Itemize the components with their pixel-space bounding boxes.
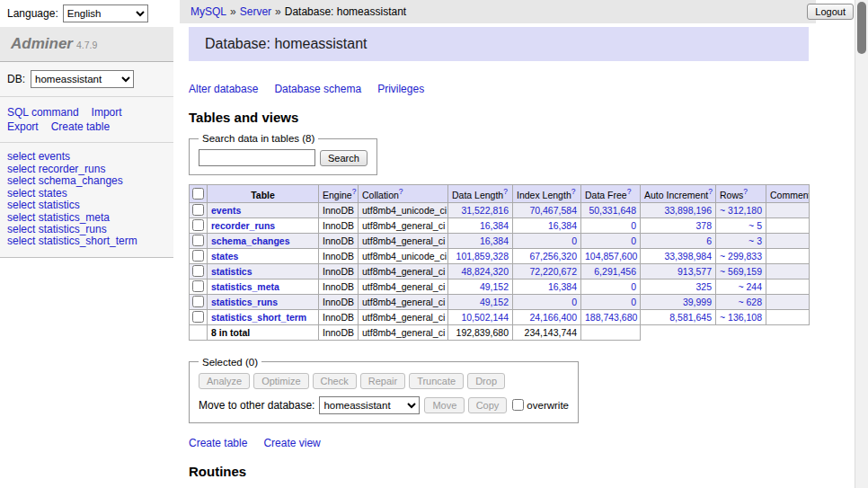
rows-count-link[interactable]: ~ 299,833 [720, 251, 762, 262]
auto-increment-link[interactable]: 33,898,196 [664, 205, 712, 216]
data-length-link[interactable]: 49,152 [480, 281, 509, 292]
row-checkbox[interactable] [192, 280, 204, 292]
sidebar-table-link[interactable]: select statistics_meta [7, 212, 166, 224]
table-name-link[interactable]: states [211, 251, 238, 262]
auto-increment-link[interactable]: 913,577 [678, 266, 712, 277]
data-length-link[interactable]: 31,522,816 [461, 205, 509, 216]
sidebar-action-link[interactable]: Create table [51, 120, 110, 134]
index-length-link[interactable]: 16,384 [548, 220, 577, 231]
index-length-link[interactable]: 72,220,672 [529, 266, 577, 277]
logout-button[interactable]: Logout [807, 4, 854, 20]
sidebar-table-link[interactable]: select recorder_runs [7, 164, 166, 175]
sidebar-table-link[interactable]: select statistics_short_term [7, 235, 166, 247]
row-checkbox[interactable] [192, 235, 204, 246]
db-action-link[interactable]: Database schema [274, 83, 361, 95]
scrollbar-track[interactable] [855, 0, 868, 488]
column-help-link[interactable]: ? [503, 187, 508, 196]
adminer-logo-link[interactable]: Adminer [11, 35, 73, 52]
data-length-link[interactable]: 101,859,328 [456, 251, 509, 262]
rows-count-link[interactable]: ~ 628 [738, 297, 762, 307]
data-length-link[interactable]: 10,502,144 [461, 312, 509, 323]
rows-count-link[interactable]: ~ 244 [738, 281, 762, 292]
select-all-checkbox[interactable] [192, 188, 204, 200]
auto-increment-link[interactable]: 39,999 [683, 297, 712, 307]
rows-count-link[interactable]: ~ 5 [748, 220, 762, 231]
sidebar-table-link[interactable]: select statistics [7, 200, 166, 211]
data-free-link[interactable]: 50,331,648 [589, 205, 636, 216]
language-select[interactable]: English [63, 4, 148, 22]
search-button[interactable]: Search [320, 150, 368, 166]
move-button[interactable]: Move [424, 397, 465, 413]
row-checkbox[interactable] [192, 311, 204, 323]
bulk-action-button[interactable]: Analyze [199, 373, 250, 389]
bulk-action-button[interactable]: Check [313, 373, 357, 389]
table-name-link[interactable]: statistics_runs [211, 297, 278, 307]
auto-increment-link[interactable]: 33,398,984 [664, 251, 712, 262]
breadcrumb-link-server[interactable]: Server [240, 5, 271, 18]
db-action-link[interactable]: Alter database [189, 83, 258, 95]
bulk-action-button[interactable]: Truncate [409, 373, 464, 389]
data-free-link[interactable]: 188,743,680 [585, 312, 637, 323]
data-free-link[interactable]: 0 [631, 235, 636, 246]
db-action-link[interactable]: Privileges [377, 83, 424, 95]
copy-button[interactable]: Copy [468, 397, 508, 413]
row-checkbox[interactable] [192, 296, 204, 307]
bulk-action-button[interactable]: Repair [360, 373, 405, 389]
search-input[interactable] [199, 149, 315, 166]
row-checkbox[interactable] [192, 204, 204, 216]
column-help-link[interactable]: ? [571, 187, 576, 196]
row-checkbox[interactable] [192, 250, 204, 262]
index-length-link[interactable]: 24,166,400 [529, 312, 577, 323]
data-free-link[interactable]: 6,291,456 [594, 266, 636, 277]
rows-count-link[interactable]: ~ 3 [748, 235, 762, 246]
sidebar-table-link[interactable]: select states [7, 188, 166, 200]
index-length-link[interactable]: 0 [571, 235, 577, 246]
sidebar-table-link[interactable]: select events [7, 151, 166, 163]
auto-increment-link[interactable]: 8,581,645 [669, 312, 712, 323]
breadcrumb-link-mysql[interactable]: MySQL [190, 5, 226, 18]
data-free-link[interactable]: 0 [631, 297, 636, 307]
auto-increment-link[interactable]: 6 [706, 235, 712, 246]
create-link[interactable]: Create view [263, 437, 320, 449]
data-free-link[interactable]: 0 [631, 281, 636, 292]
data-free-link[interactable]: 0 [631, 220, 636, 231]
row-checkbox[interactable] [192, 265, 204, 277]
row-checkbox[interactable] [192, 219, 204, 231]
move-db-select[interactable]: homeassistant [319, 396, 420, 414]
data-length-link[interactable]: 16,384 [480, 220, 509, 231]
bulk-action-button[interactable]: Optimize [253, 373, 308, 389]
table-name-link[interactable]: statistics_meta [211, 281, 279, 292]
sidebar-action-link[interactable]: SQL command [7, 105, 79, 120]
rows-count-link[interactable]: ~ 136,108 [720, 312, 762, 323]
db-select[interactable]: homeassistant [31, 70, 134, 88]
column-help-link[interactable]: ? [627, 187, 632, 196]
table-name-link[interactable]: statistics [211, 266, 252, 277]
table-name-link[interactable]: events [211, 205, 241, 216]
rows-count-link[interactable]: ~ 312,180 [720, 205, 762, 216]
column-help-link[interactable]: ? [743, 187, 748, 196]
table-name-link[interactable]: statistics_short_term [211, 312, 306, 323]
column-help-link[interactable]: ? [708, 187, 713, 196]
data-free-link[interactable]: 104,857,600 [585, 251, 637, 262]
overwrite-checkbox[interactable] [512, 399, 524, 411]
data-length-link[interactable]: 16,384 [480, 235, 509, 246]
rows-count-link[interactable]: ~ 569,159 [720, 266, 762, 277]
column-help-link[interactable]: ? [352, 187, 357, 196]
sidebar-action-link[interactable]: Import [92, 105, 122, 120]
sidebar-table-link[interactable]: select schema_changes [7, 175, 166, 187]
create-link[interactable]: Create table [189, 437, 247, 449]
table-name-link[interactable]: schema_changes [211, 235, 290, 246]
table-name-link[interactable]: recorder_runs [211, 220, 275, 231]
index-length-link[interactable]: 16,384 [548, 281, 577, 292]
index-length-link[interactable]: 70,467,584 [529, 205, 577, 216]
scrollbar-thumb[interactable] [857, 2, 866, 54]
data-length-link[interactable]: 49,152 [480, 297, 509, 307]
auto-increment-link[interactable]: 378 [695, 220, 712, 231]
sidebar-action-link[interactable]: Export [7, 120, 39, 134]
index-length-link[interactable]: 0 [571, 297, 577, 307]
bulk-action-button[interactable]: Drop [467, 373, 505, 389]
index-length-link[interactable]: 67,256,320 [529, 251, 577, 262]
auto-increment-link[interactable]: 325 [695, 281, 712, 292]
sidebar-table-link[interactable]: select statistics_runs [7, 224, 166, 235]
data-length-link[interactable]: 48,824,320 [461, 266, 509, 277]
